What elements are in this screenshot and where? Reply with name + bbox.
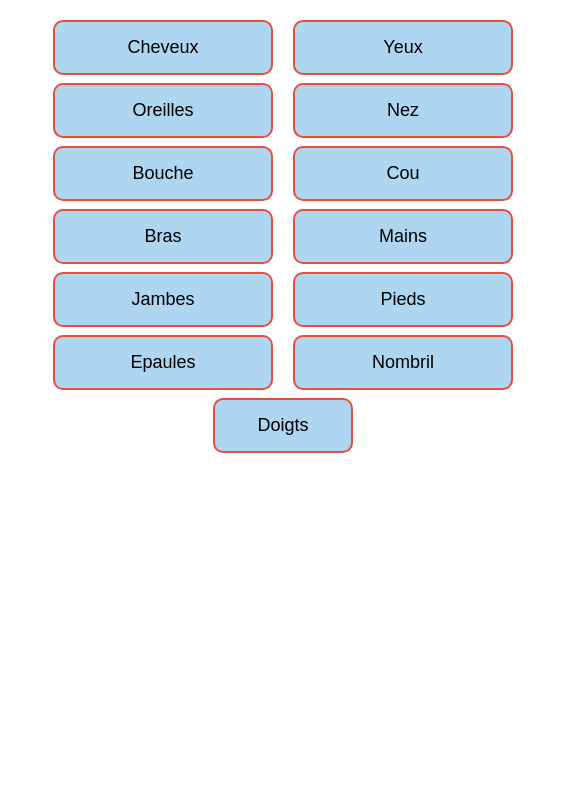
main-container: Cheveux Oreilles Bouche Bras Jambes Epau… (0, 0, 566, 800)
card-nez[interactable]: Nez (293, 83, 513, 138)
card-yeux[interactable]: Yeux (293, 20, 513, 75)
card-jambes[interactable]: Jambes (53, 272, 273, 327)
card-mains[interactable]: Mains (293, 209, 513, 264)
card-bouche[interactable]: Bouche (53, 146, 273, 201)
card-epaules[interactable]: Epaules (53, 335, 273, 390)
card-nombril[interactable]: Nombril (293, 335, 513, 390)
card-doigts[interactable]: Doigts (213, 398, 353, 453)
card-cheveux[interactable]: Cheveux (53, 20, 273, 75)
left-column: Cheveux Oreilles Bouche Bras Jambes Epau… (53, 20, 283, 390)
word-grid: Cheveux Oreilles Bouche Bras Jambes Epau… (53, 20, 513, 390)
right-column: Yeux Nez Cou Mains Pieds Nombril (283, 20, 513, 390)
bottom-row: Doigts (53, 398, 513, 453)
card-oreilles[interactable]: Oreilles (53, 83, 273, 138)
card-cou[interactable]: Cou (293, 146, 513, 201)
card-bras[interactable]: Bras (53, 209, 273, 264)
card-pieds[interactable]: Pieds (293, 272, 513, 327)
